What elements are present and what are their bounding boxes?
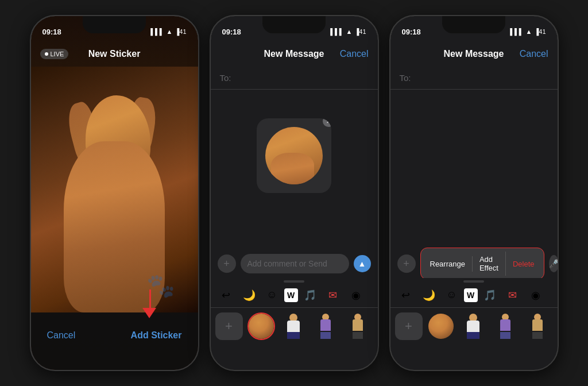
cancel-button-2[interactable]: Cancel <box>340 49 369 59</box>
sticker-cell-3-5[interactable] <box>524 312 551 340</box>
tray-icon-music-3[interactable]: 🎵 <box>479 284 501 306</box>
input-placeholder-2: Add comment or Send <box>247 259 327 268</box>
human-sticker-sm-3 <box>462 314 485 339</box>
status-bar-3: 09:18 ▌▌▌ ▲ ▐41 <box>390 16 558 41</box>
send-button-2[interactable]: ▲ <box>354 255 371 272</box>
status-icons-2: ▌▌▌ ▲ ▐41 <box>330 28 366 35</box>
bottom-bar-1: Cancel Add Sticker <box>31 312 198 370</box>
pf-legs-3-4 <box>500 332 510 339</box>
delete-button[interactable]: Delete <box>506 256 541 272</box>
add-sticker-button[interactable]: Add Sticker <box>131 330 182 341</box>
tray-icon-extra-3[interactable]: ◉ <box>525 284 547 306</box>
cancel-button-1[interactable]: Cancel <box>47 330 76 341</box>
nav-bar-1: LIVE New Sticker <box>31 41 198 67</box>
tray-icon-emoji[interactable]: ☺ <box>261 284 283 306</box>
status-time-1: 09:18 <box>42 28 61 36</box>
to-label-2: To: <box>220 73 231 83</box>
battery-icon-2: ▐41 <box>354 28 366 35</box>
pf-body-3-5 <box>532 319 543 331</box>
messages-nav-3: New Message Cancel <box>390 41 558 67</box>
stickers-grid-3: + <box>390 308 558 345</box>
plus-button-2[interactable]: + <box>218 254 236 273</box>
dog-sticker-cell-highlighted[interactable] <box>247 312 275 340</box>
add-effect-button[interactable]: Add Effect <box>473 252 506 276</box>
dog-sticker-in-bubble <box>265 127 323 184</box>
battery-icon: ▐41 <box>175 28 186 35</box>
live-dot <box>45 52 48 56</box>
pf-body-4 <box>320 319 331 331</box>
messages-nav-2: New Message Cancel <box>211 41 378 67</box>
status-time-2: 09:18 <box>222 28 241 36</box>
wifi-icon-2: ▲ <box>346 28 353 35</box>
pf-legs-3-5 <box>532 332 543 339</box>
human-sticker-cell-3[interactable] <box>459 312 487 340</box>
sticker-bubble[interactable]: ✕ <box>257 118 331 193</box>
tray-icons-row-3: ↩ 🌙 ☺ W 🎵 ✉ ◉ <box>390 283 558 308</box>
signal-icon-2: ▌▌▌ <box>330 28 343 35</box>
plus-button-3[interactable]: + <box>397 254 416 273</box>
to-field-2[interactable]: To: <box>211 67 378 90</box>
human-sticker-cell[interactable] <box>280 312 307 340</box>
pf-legs-4 <box>320 332 331 339</box>
live-badge: LIVE <box>40 49 69 59</box>
message-input-3[interactable]: Rearrange Add Effect Delete <box>420 254 544 273</box>
tray-icon-recent[interactable]: ↩ <box>215 284 237 306</box>
person-fig-3-5 <box>528 314 547 339</box>
mic-button-3[interactable]: 🎤 <box>549 255 558 272</box>
tray-icon-wiki-3[interactable]: W <box>464 288 478 302</box>
context-menu-area: + Rearrange Add Effect Delete 🎤 <box>390 249 558 278</box>
drag-handle-2 <box>284 280 304 283</box>
phone-3: 09:18 ▌▌▌ ▲ ▐41 New Message Cancel To: <box>389 15 559 371</box>
tray-icon-wiki[interactable]: W <box>284 288 298 302</box>
tray-icon-moon-3[interactable]: 🌙 <box>418 284 440 306</box>
wifi-icon: ▲ <box>167 28 173 35</box>
sticker-cell-4[interactable] <box>312 312 339 340</box>
live-label: LIVE <box>51 51 64 57</box>
to-label-3: To: <box>400 73 411 83</box>
tray-icon-mail-3[interactable]: ✉ <box>502 284 524 306</box>
person-fig-4 <box>316 314 335 339</box>
message-area-2: ✕ <box>211 90 378 222</box>
status-time-3: 09:18 <box>402 28 421 36</box>
add-sticker-cell-3[interactable]: + <box>395 312 423 340</box>
page-title-2: New Message <box>264 49 324 59</box>
dog-sticker-sm <box>249 314 274 339</box>
sticker-tray-3: ↩ 🌙 ☺ W 🎵 ✉ ◉ + <box>390 278 558 370</box>
pf-legs-5 <box>353 332 363 339</box>
to-field-3[interactable]: To: <box>390 67 558 90</box>
rearrange-button[interactable]: Rearrange <box>423 256 473 272</box>
dog-sticker-cell-3[interactable] <box>427 312 455 340</box>
person-fig-5 <box>349 314 367 339</box>
tray-icon-extra[interactable]: ◉ <box>345 284 367 306</box>
cancel-button-3[interactable]: Cancel <box>520 49 548 59</box>
tray-icon-music[interactable]: 🎵 <box>299 284 321 306</box>
pf-body-3-4 <box>500 319 510 331</box>
tray-icon-recent-3[interactable]: ↩ <box>395 284 417 306</box>
status-icons-1: ▌▌▌ ▲ ▐41 <box>150 28 186 35</box>
person-fig-3-4 <box>496 314 514 339</box>
tray-icon-moon[interactable]: 🌙 <box>238 284 260 306</box>
page-title-1: New Sticker <box>88 49 141 59</box>
phone-2: 09:18 ▌▌▌ ▲ ▐41 New Message Cancel To: ✕ <box>210 15 379 371</box>
sticker-cell-5[interactable] <box>344 312 372 340</box>
page-title-3: New Message <box>444 49 504 59</box>
tray-icons-row-2: ↩ 🌙 ☺ W 🎵 ✉ ◉ <box>211 283 378 308</box>
tray-icon-mail[interactable]: ✉ <box>322 284 344 306</box>
human-legs <box>287 332 300 339</box>
signal-icon: ▌▌▌ <box>150 28 164 35</box>
battery-icon-3: ▐41 <box>534 28 546 35</box>
context-menu-popup: Rearrange Add Effect Delete <box>420 248 544 280</box>
bubble-close-btn[interactable]: ✕ <box>323 118 331 127</box>
dog-photo: 🐾 <box>31 67 198 312</box>
wifi-icon-3: ▲ <box>526 28 532 35</box>
sticker-cell-3-4[interactable] <box>492 312 519 340</box>
input-area-2: + Add comment or Send ▲ <box>211 249 378 278</box>
dog-sticker-sm-3 <box>428 314 454 339</box>
drag-handle-3 <box>463 280 484 283</box>
tray-icon-emoji-3[interactable]: ☺ <box>441 284 463 306</box>
sticker-tray-2: ↩ 🌙 ☺ W 🎵 ✉ ◉ + <box>211 278 378 370</box>
red-arrow <box>138 290 167 318</box>
pf-body-5 <box>353 319 363 331</box>
message-input-2[interactable]: Add comment or Send <box>241 254 349 273</box>
add-sticker-cell-2[interactable]: + <box>215 312 243 340</box>
